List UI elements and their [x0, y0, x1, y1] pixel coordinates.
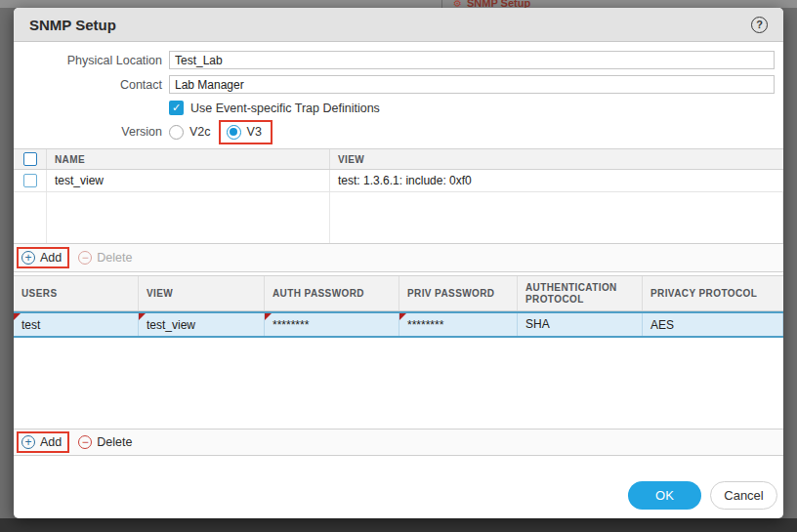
- cancel-button[interactable]: Cancel: [710, 481, 777, 510]
- dialog-footer: OK Cancel: [628, 481, 777, 510]
- views-add-button[interactable]: + Add: [19, 249, 67, 266]
- users-col-auth-protocol[interactable]: AUTHENTICATION PROTOCOL: [518, 276, 643, 310]
- views-table: NAME VIEW test_view test: 1.3.6.1: inclu…: [14, 148, 783, 272]
- users-col-auth-password[interactable]: AUTH PASSWORD: [265, 276, 399, 310]
- version-v3-label: V3: [247, 125, 262, 139]
- users-col-priv-password[interactable]: PRIV PASSWORD: [399, 276, 518, 310]
- background-menu-label: SNMP Setup: [467, 0, 530, 8]
- version-v2c-radio[interactable]: [169, 125, 184, 140]
- views-table-empty-area: [14, 192, 783, 243]
- version-label: Version: [14, 125, 162, 139]
- dialog-header: SNMP Setup ?: [14, 8, 783, 42]
- physical-location-input[interactable]: [169, 51, 775, 69]
- snmp-setup-dialog: SNMP Setup ? Physical Location Contact ✓…: [14, 8, 783, 518]
- views-table-row[interactable]: test_view test: 1.3.6.1: include: 0xf0: [14, 170, 783, 192]
- modified-indicator: [14, 313, 21, 320]
- users-table-footer: + Add − Delete: [14, 429, 783, 456]
- trap-definitions-row: ✓ Use Event-specific Trap Definitions: [14, 101, 775, 115]
- users-table: USERS VIEW AUTH PASSWORD PRIV PASSWORD A…: [14, 275, 783, 456]
- check-icon: ✓: [172, 102, 181, 114]
- view-name-cell[interactable]: test_view: [47, 170, 330, 191]
- plus-icon: +: [21, 435, 35, 449]
- row-checkbox[interactable]: [23, 174, 37, 187]
- users-col-view[interactable]: VIEW: [139, 276, 265, 310]
- view-spec-cell[interactable]: test: 1.3.6.1: include: 0xf0: [330, 170, 783, 191]
- users-add-button[interactable]: + Add: [19, 433, 67, 451]
- views-col-view[interactable]: VIEW: [330, 149, 783, 169]
- menu-divider: [441, 0, 442, 8]
- privacy-protocol-cell[interactable]: AES: [643, 313, 783, 336]
- dialog-title: SNMP Setup: [29, 17, 116, 33]
- users-col-users[interactable]: USERS: [14, 276, 139, 310]
- dimmed-background-toolbar: ⚙ SNMP Setup: [0, 0, 797, 8]
- contact-input[interactable]: [169, 75, 775, 94]
- auth-password-cell[interactable]: ********: [265, 313, 399, 336]
- users-table-empty-area: [14, 338, 783, 429]
- minus-icon: −: [78, 251, 92, 265]
- views-delete-button[interactable]: − Delete: [75, 249, 138, 266]
- views-col-name[interactable]: NAME: [47, 149, 330, 169]
- help-icon[interactable]: ?: [751, 17, 768, 33]
- views-table-header: NAME VIEW: [14, 148, 783, 170]
- users-table-row-selected[interactable]: test test_view ******** ******** SHA AES: [14, 311, 783, 338]
- contact-row: Contact: [14, 75, 775, 94]
- views-table-footer: + Add − Delete: [14, 243, 783, 272]
- version-row: Version V2c V3: [14, 117, 775, 146]
- users-table-header: USERS VIEW AUTH PASSWORD PRIV PASSWORD A…: [14, 275, 783, 311]
- views-add-highlight: + Add: [17, 247, 69, 268]
- trap-definitions-checkbox[interactable]: ✓: [169, 101, 184, 115]
- users-delete-button[interactable]: − Delete: [75, 433, 138, 451]
- snmp-gear-icon: ⚙: [453, 0, 462, 8]
- priv-password-cell[interactable]: ********: [399, 313, 518, 336]
- user-view-cell[interactable]: test_view: [139, 313, 265, 336]
- version-v2c-label: V2c: [189, 125, 211, 139]
- users-col-privacy-protocol[interactable]: PRIVACY PROTOCOL: [643, 276, 783, 310]
- physical-location-label: Physical Location: [14, 54, 162, 67]
- modified-indicator: [139, 313, 146, 320]
- modal-overlay-bottom: [0, 518, 797, 532]
- ok-button[interactable]: OK: [628, 481, 701, 510]
- physical-location-row: Physical Location: [14, 51, 775, 69]
- select-all-checkbox[interactable]: [23, 152, 37, 166]
- version-v3-radio[interactable]: [227, 125, 241, 140]
- contact-label: Contact: [14, 78, 162, 92]
- background-menu-item-snmp-setup: ⚙ SNMP Setup: [441, 0, 530, 8]
- modified-indicator: [399, 313, 406, 320]
- user-cell[interactable]: test: [14, 313, 139, 336]
- plus-icon: +: [21, 251, 35, 265]
- minus-icon: −: [78, 435, 92, 449]
- version-v3-highlight: V3: [219, 120, 273, 144]
- trap-definitions-label: Use Event-specific Trap Definitions: [190, 102, 380, 115]
- auth-protocol-cell[interactable]: SHA: [518, 313, 643, 336]
- modified-indicator: [265, 313, 272, 320]
- users-add-highlight: + Add: [17, 431, 69, 453]
